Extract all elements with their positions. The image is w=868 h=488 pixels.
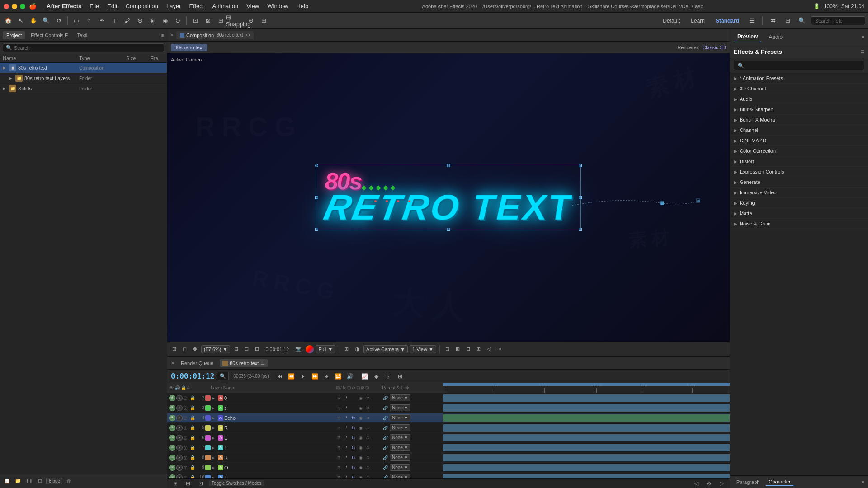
- search-help-input[interactable]: [811, 16, 865, 25]
- layer-fx-icon[interactable]: fx: [350, 465, 357, 471]
- workspace-default[interactable]: Default: [659, 16, 684, 25]
- effect-section-header[interactable]: ▶ Audio: [730, 94, 868, 104]
- parent-link-icon[interactable]: 🔗: [382, 455, 388, 461]
- quality-dropdown[interactable]: Full ▼: [316, 345, 335, 353]
- layer-expand-icon[interactable]: ▶: [212, 455, 217, 460]
- layer-lock-icon[interactable]: 🔒: [190, 425, 195, 430]
- parent-dropdown[interactable]: None ▼: [390, 454, 410, 461]
- layer-slash-icon[interactable]: /: [343, 405, 349, 411]
- list-item[interactable]: ▶ ◼ 80s retro text Composition: [0, 63, 167, 73]
- shape-ellipse-tool[interactable]: ○: [84, 15, 94, 26]
- layer-adjust-icon[interactable]: ⊙: [365, 435, 371, 441]
- tab-paragraph[interactable]: Paragraph: [734, 479, 762, 486]
- new-folder-icon[interactable]: 📁: [14, 477, 23, 486]
- layer-visibility-icon[interactable]: 👁: [169, 425, 175, 431]
- eraser-tool[interactable]: ◈: [147, 15, 158, 26]
- tab-text[interactable]: Texti: [74, 31, 91, 39]
- close-comp-tab-icon[interactable]: ✕: [170, 33, 174, 38]
- layer-menu[interactable]: Layer: [163, 2, 185, 10]
- exposure-icon[interactable]: ◑: [353, 345, 362, 353]
- camera-orbit-tool[interactable]: ⊠: [203, 15, 213, 26]
- layer-lock-icon[interactable]: 🔒: [190, 405, 195, 410]
- effect-section-header[interactable]: ▶ Generate: [730, 177, 868, 187]
- layer-adjust-icon[interactable]: ⊙: [365, 405, 371, 411]
- track-bar[interactable]: [443, 464, 730, 471]
- layer-slash-icon[interactable]: /: [343, 425, 349, 431]
- layer-row[interactable]: 👁 ♪ ◎ 🔒 7 ▶ A T ⊞ / fx ◉ ⊙ 🔗 None ▼: [167, 443, 443, 453]
- parent-dropdown[interactable]: None ▼: [390, 394, 410, 401]
- layer-switch-icon[interactable]: ⊞: [336, 455, 342, 461]
- effect-section-header[interactable]: ▶ Expression Controls: [730, 167, 868, 177]
- char-para-menu-icon[interactable]: ≡: [862, 479, 864, 485]
- next-marker-icon[interactable]: ▷: [717, 479, 726, 488]
- layer-lock-icon[interactable]: 🔒: [190, 415, 195, 420]
- expand-arrow-icon[interactable]: ▶: [9, 76, 14, 80]
- layer-lock-icon[interactable]: 🔒: [190, 475, 195, 478]
- tab-character[interactable]: Character: [766, 478, 793, 486]
- track-bar[interactable]: [443, 414, 730, 422]
- layer-solo-icon[interactable]: ◎: [184, 455, 189, 460]
- region-of-interest-icon[interactable]: ⊡: [170, 345, 179, 353]
- layer-expand-icon[interactable]: ▶: [212, 446, 217, 450]
- layer-audio-icon[interactable]: ♪: [176, 474, 183, 479]
- right-panel-menu-icon[interactable]: ≡: [862, 34, 864, 40]
- track-bar[interactable]: [443, 474, 730, 478]
- handle-top-right[interactable]: [579, 164, 582, 167]
- tab-effect-controls[interactable]: Effect Controls E: [27, 31, 71, 39]
- hand-tool[interactable]: ✋: [28, 15, 39, 26]
- layer-motion-blur-icon[interactable]: ◉: [358, 415, 364, 421]
- layer-motion-blur-icon[interactable]: ◉: [358, 435, 364, 441]
- camera-move-tool[interactable]: ⊡: [190, 15, 201, 26]
- effect-section-header[interactable]: ▶ Immersive Video: [730, 188, 868, 197]
- parent-dropdown[interactable]: None ▼: [390, 424, 410, 431]
- layer-solo-icon[interactable]: ◎: [184, 475, 189, 478]
- playhead-home-icon[interactable]: ⊙: [704, 479, 713, 488]
- clone-tool[interactable]: ⊕: [134, 15, 145, 26]
- layer-expand-icon[interactable]: ▶: [212, 436, 217, 440]
- layer-visibility-icon[interactable]: 👁: [169, 435, 175, 441]
- layer-slash-icon[interactable]: /: [343, 445, 349, 451]
- handle-bottom-right[interactable]: [579, 228, 582, 231]
- expressions-icon[interactable]: ⊞: [396, 372, 405, 381]
- next-frame-button[interactable]: ⏩: [311, 372, 320, 381]
- go-to-end-button[interactable]: ⏭: [322, 372, 331, 381]
- layer-adjust-icon[interactable]: ⊙: [365, 395, 371, 401]
- layer-lock-icon[interactable]: 🔒: [190, 445, 195, 450]
- layer-solo-icon[interactable]: ◎: [184, 425, 189, 430]
- layer-color-swatch[interactable]: [205, 405, 211, 411]
- effect-section-header[interactable]: ▶ * Animation Presets: [730, 73, 868, 83]
- toggle-switches-button[interactable]: Toggle Switches / Modes: [209, 480, 264, 486]
- snapshot-icon[interactable]: ⊟: [782, 15, 793, 26]
- zoom-dropdown[interactable]: (57,6%) ▼: [201, 345, 230, 353]
- layer-slash-icon[interactable]: /: [343, 415, 349, 421]
- app-name-menu[interactable]: After Effects: [43, 2, 85, 10]
- effect-section-header[interactable]: ▶ Channel: [730, 125, 868, 135]
- layer-audio-icon[interactable]: ♪: [176, 395, 183, 401]
- layer-color-swatch[interactable]: [205, 445, 211, 450]
- layer-solo-icon[interactable]: ◎: [184, 465, 189, 470]
- track-bar[interactable]: [443, 394, 730, 402]
- layer-motion-blur-icon[interactable]: ◉: [358, 465, 364, 471]
- effects-search-input[interactable]: [734, 61, 864, 70]
- layer-visibility-icon[interactable]: 👁: [169, 405, 175, 411]
- layer-row[interactable]: 👁 ♪ ◎ 🔒 8 ▶ A R ⊞ / fx ◉ ⊙ 🔗 None ▼: [167, 453, 443, 463]
- preview-options-icon[interactable]: ⊟: [184, 479, 193, 488]
- parent-link-icon[interactable]: 🔗: [382, 405, 388, 411]
- help-menu[interactable]: Help: [292, 2, 312, 10]
- layer-fx-icon[interactable]: fx: [350, 415, 357, 421]
- channels-icon[interactable]: ⊞: [342, 345, 351, 353]
- layer-visibility-icon[interactable]: 👁: [169, 445, 175, 451]
- selection-tool[interactable]: ↖: [15, 15, 26, 26]
- new-comp-icon[interactable]: ⊞: [171, 479, 180, 488]
- layer-audio-icon[interactable]: ♪: [176, 445, 183, 451]
- layer-switch-icon[interactable]: ⊞: [336, 425, 342, 431]
- parent-dropdown[interactable]: None ▼: [390, 404, 410, 411]
- layer-slash-icon[interactable]: /: [343, 395, 349, 401]
- layer-adjust-icon[interactable]: ⊙: [365, 455, 371, 461]
- composition-menu[interactable]: Composition: [122, 2, 162, 10]
- layer-visibility-icon[interactable]: 👁: [169, 465, 175, 471]
- effect-menu[interactable]: Effect: [185, 2, 208, 10]
- expand-panels-icon[interactable]: ⇆: [768, 15, 778, 26]
- list-item[interactable]: ▶ 📁 80s retro text Layers Folder: [0, 73, 167, 84]
- animation-menu[interactable]: Animation: [208, 2, 242, 10]
